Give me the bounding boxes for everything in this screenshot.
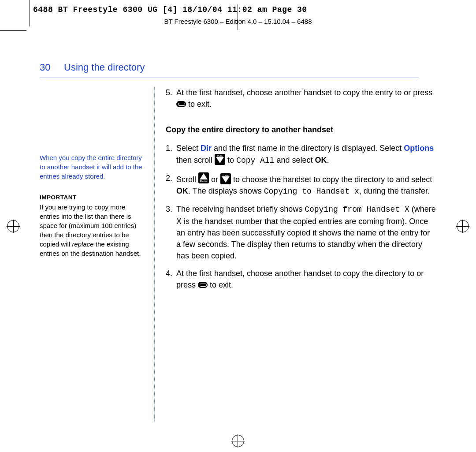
end-call-icon [198, 282, 208, 288]
important-body: If you are trying to copy more entries i… [40, 202, 145, 258]
register-mark [7, 220, 19, 232]
page-number: 30 [40, 62, 64, 73]
register-mark [457, 220, 469, 232]
item-number: 3. [166, 203, 176, 261]
item-number: 1. [166, 142, 176, 166]
crop-mark [0, 30, 26, 31]
register-mark [232, 435, 244, 447]
margin-column: When you copy the entire directory to an… [40, 87, 154, 422]
important-label: IMPORTANT [40, 194, 145, 201]
down-arrow-icon: Calls [215, 154, 225, 165]
list-item: 1. Select Dir and the first name in the … [166, 142, 436, 166]
list-item: 5. At the first handset, choose another … [166, 87, 436, 110]
section-heading: Copy the entire directory to another han… [166, 124, 436, 135]
list-item: 2. Scroll Redial or Calls to choose the … [166, 172, 436, 197]
list-item: 4. At the first handset, choose another … [166, 268, 436, 291]
edition-line: BT Freestyle 6300 – Edition 4.0 – 15.10.… [0, 18, 476, 25]
main-column: 5. At the first handset, choose another … [155, 87, 436, 422]
down-arrow-icon: Calls [220, 173, 231, 184]
end-call-icon [176, 101, 186, 107]
print-slug: 6488 BT Freestyle 6300 UG [4] 18/10/04 1… [33, 5, 307, 14]
item-number: 2. [166, 172, 176, 197]
page-header: 30 Using the directory [40, 62, 436, 73]
item-number: 5. [166, 87, 176, 110]
horizontal-rule [40, 78, 419, 78]
item-number: 4. [166, 268, 176, 291]
document-page: 6488 BT Freestyle 6300 UG [4] 18/10/04 1… [0, 0, 476, 452]
side-note: When you copy the entire directory to an… [40, 153, 145, 181]
page-content: 30 Using the directory When you copy the… [40, 62, 436, 422]
list-item: 3. The receiving handset briefly shows C… [166, 203, 436, 261]
page-title: Using the directory [64, 62, 145, 73]
up-arrow-icon: Redial [198, 172, 209, 183]
